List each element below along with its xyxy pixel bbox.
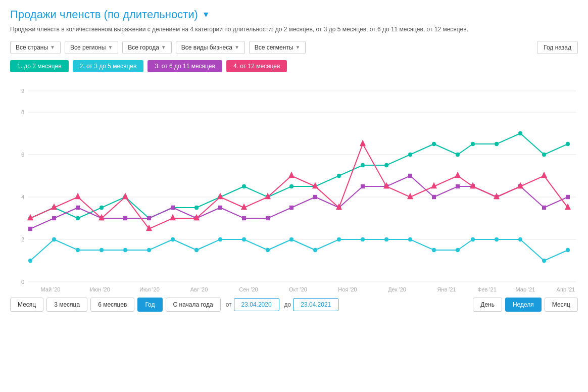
svg-rect-50 <box>76 206 80 210</box>
svg-rect-49 <box>52 216 56 220</box>
svg-point-37 <box>337 237 341 241</box>
filter-regions[interactable]: Все регионы ▼ <box>65 41 118 54</box>
year-ago-button[interactable]: Год назад <box>537 41 578 54</box>
svg-point-45 <box>518 237 522 241</box>
filter-cities[interactable]: Все города ▼ <box>122 41 171 54</box>
y-label-8: 8 <box>21 109 24 115</box>
from-date-input[interactable] <box>234 298 279 311</box>
date-range-to: до <box>284 298 339 311</box>
svg-rect-52 <box>123 216 127 220</box>
svg-point-39 <box>384 237 388 241</box>
svg-point-7 <box>194 206 199 210</box>
svg-point-16 <box>408 153 412 157</box>
series-3-dots <box>28 174 570 231</box>
granularity-week-button[interactable]: Неделя <box>505 298 542 312</box>
svg-rect-64 <box>408 174 412 178</box>
filter-segments-arrow-icon: ▼ <box>296 44 301 50</box>
series-4-triangles <box>27 139 571 231</box>
period-3month-button[interactable]: 3 месяца <box>46 298 87 312</box>
x-label-may20: Май '20 <box>41 286 61 292</box>
svg-point-30 <box>171 237 175 241</box>
legend-item-3[interactable]: 3. от 6 до 11 месяцев <box>148 60 222 72</box>
svg-point-22 <box>542 153 546 157</box>
x-label-mar21: Мар '21 <box>516 286 535 292</box>
filter-countries[interactable]: Все страны ▼ <box>10 41 61 54</box>
svg-rect-53 <box>147 216 151 220</box>
svg-point-11 <box>289 184 293 188</box>
svg-point-47 <box>566 248 570 252</box>
granularity-month-button[interactable]: Месяц <box>545 298 578 312</box>
y-label-4: 4 <box>21 194 24 200</box>
svg-point-41 <box>432 248 436 252</box>
svg-rect-66 <box>456 184 460 188</box>
svg-rect-71 <box>566 195 570 199</box>
svg-point-9 <box>242 184 246 188</box>
period-6month-button[interactable]: 6 месяцев <box>90 298 134 312</box>
period-month-button[interactable]: Месяц <box>10 298 43 312</box>
svg-rect-60 <box>313 195 317 199</box>
bottom-controls: Месяц 3 месяца 6 месяцев Год С начала го… <box>10 298 578 312</box>
x-label-jan21: Янв '21 <box>437 286 456 292</box>
svg-marker-76 <box>122 192 128 199</box>
title-dropdown-icon[interactable]: ▼ <box>202 10 210 19</box>
legend-item-1[interactable]: 1. до 2 месяцев <box>10 60 69 72</box>
y-label-2: 2 <box>21 236 24 242</box>
svg-marker-74 <box>75 192 81 199</box>
svg-point-35 <box>289 237 293 241</box>
svg-point-34 <box>266 248 270 252</box>
series-1-dots <box>28 131 570 220</box>
y-label-6: 6 <box>21 152 24 158</box>
page-subtitle: Продажи членств в количественном выражен… <box>10 25 578 34</box>
svg-point-26 <box>76 248 80 252</box>
svg-rect-70 <box>542 206 546 210</box>
svg-rect-65 <box>432 195 436 199</box>
period-ytd-button[interactable]: С начала года <box>166 298 221 312</box>
chart-container: 0 2 4 6 8 9 Май '20 Июн '20 Июл '20 Авг … <box>10 80 578 292</box>
x-label-jun20: Июн '20 <box>90 286 110 292</box>
svg-rect-54 <box>171 206 175 210</box>
filter-business[interactable]: Все виды бизнеса ▼ <box>176 41 245 54</box>
svg-marker-90 <box>455 171 461 178</box>
svg-point-21 <box>518 131 522 135</box>
legend-item-4[interactable]: 4. от 12 месяцев <box>226 60 287 72</box>
svg-point-42 <box>456 248 460 252</box>
x-label-sep20: Сен '20 <box>239 286 258 292</box>
x-label-nov20: Ноя '20 <box>338 286 357 292</box>
filter-segments[interactable]: Все сегменты ▼ <box>249 41 306 54</box>
y-label-9: 9 <box>21 88 24 94</box>
svg-point-29 <box>147 248 151 252</box>
svg-point-23 <box>566 142 570 146</box>
series-3-line <box>30 176 568 229</box>
svg-point-3 <box>100 206 104 210</box>
svg-point-25 <box>52 237 56 241</box>
svg-marker-94 <box>541 171 547 178</box>
svg-marker-78 <box>170 214 176 220</box>
page-title: Продажи членств (по длительности) <box>10 8 198 21</box>
granularity-day-button[interactable]: День <box>473 298 502 312</box>
svg-point-44 <box>495 237 499 241</box>
svg-rect-48 <box>28 227 32 231</box>
series-1-line <box>30 133 568 218</box>
svg-point-24 <box>28 259 32 263</box>
x-label-jul20: Июл '20 <box>139 286 160 292</box>
svg-point-18 <box>456 153 460 157</box>
svg-rect-57 <box>242 216 246 220</box>
svg-point-27 <box>100 248 104 252</box>
period-year-button[interactable]: Год <box>137 298 162 312</box>
filter-cities-arrow-icon: ▼ <box>161 44 166 50</box>
chart-legend: 1. до 2 месяцев 2. от 3 до 5 месяцев 3. … <box>10 60 578 72</box>
date-range-from: от <box>226 298 279 311</box>
legend-item-2[interactable]: 2. от 3 до 5 месяцев <box>73 60 144 72</box>
svg-point-19 <box>471 142 475 146</box>
svg-point-13 <box>337 174 341 178</box>
x-label-dec20: Дек '20 <box>388 286 406 292</box>
svg-rect-59 <box>289 206 293 210</box>
svg-point-2 <box>76 216 80 220</box>
svg-point-33 <box>242 237 246 241</box>
svg-point-28 <box>123 248 127 252</box>
svg-point-36 <box>313 248 317 252</box>
svg-rect-58 <box>266 216 270 220</box>
svg-point-46 <box>542 259 546 263</box>
chart-svg: 0 2 4 6 8 9 Май '20 Июн '20 Июл '20 Авг … <box>10 80 578 292</box>
to-date-input[interactable] <box>293 298 338 311</box>
